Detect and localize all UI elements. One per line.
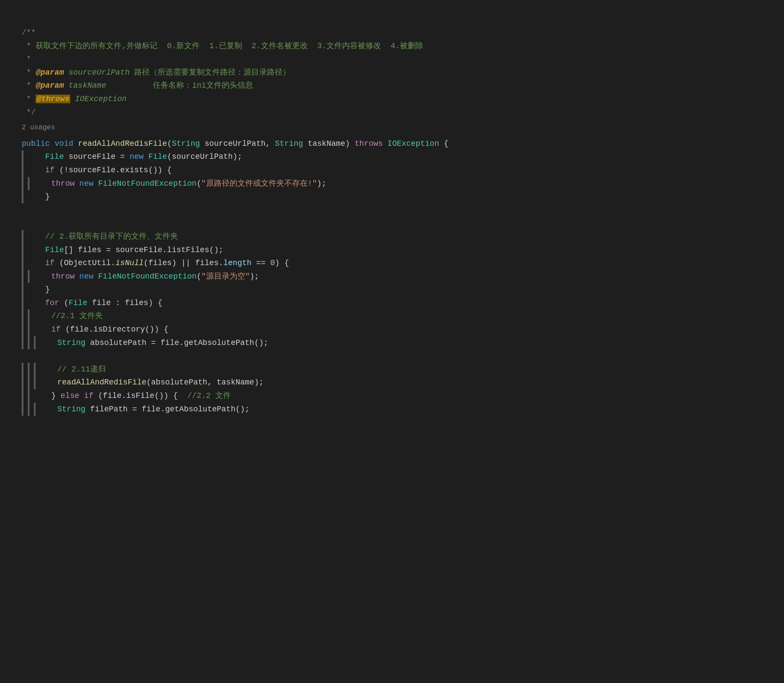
code-line-12: if (file.isDirectory()) {	[22, 323, 762, 336]
code-line-17: String filePath = file.getAbsolutePath()…	[22, 403, 762, 416]
code-line-11: //2.1 文件夹	[22, 309, 762, 323]
comment-line3: * @param sourceUrlPath 路径（所选需要复制文件路径：源目录…	[22, 66, 762, 79]
code-line-16: } else if (file.isFile()) { //2.2 文件	[22, 389, 762, 403]
code-line-4: }	[22, 190, 762, 204]
code-line-8: throw new FileNotFoundException("源目录为空")…	[22, 270, 762, 283]
method-signature: public void readAllAndRedisFile(String s…	[22, 137, 762, 151]
usages-line: 2 usages	[22, 122, 762, 134]
comment-line2: *	[22, 53, 762, 66]
comment-line1: * 获取文件下边的所有文件,并做标记 0.新文件 1.已复制 2.文件名被更改 …	[22, 39, 762, 53]
code-line-6: File[] files = sourceFile.listFiles();	[22, 243, 762, 257]
code-empty-2	[22, 217, 762, 230]
code-line-10: for (File file : files) {	[22, 296, 762, 310]
code-line-3: throw new FileNotFoundException("原路径的文件或…	[22, 177, 762, 190]
code-line-2: if (!sourceFile.exists()) {	[22, 164, 762, 177]
code-container: /** * 获取文件下边的所有文件,并做标记 0.新文件 1.已复制 2.文件名…	[22, 17, 762, 424]
comment-close: */	[22, 106, 762, 119]
code-empty-3	[22, 349, 762, 363]
code-line-7: if (ObjectUtil.isNull(files) || files.le…	[22, 256, 762, 270]
comment-open: /**	[22, 26, 762, 39]
code-line-13: String absolutePath = file.getAbsolutePa…	[22, 336, 762, 350]
code-empty-1	[22, 204, 762, 217]
code-line-15: readAllAndRedisFile(absolutePath, taskNa…	[22, 376, 762, 389]
code-line-5: // 2.获取所有目录下的文件、文件夹	[22, 230, 762, 243]
comment-line5: * @throws IOException	[22, 92, 762, 106]
comment-line4: * @param taskName 任务名称：ini文件的头信息	[22, 79, 762, 92]
code-line-1: File sourceFile = new File(sourceUrlPath…	[22, 150, 762, 164]
code-line-14: // 2.11递归	[22, 363, 762, 376]
code-line-9: }	[22, 283, 762, 296]
